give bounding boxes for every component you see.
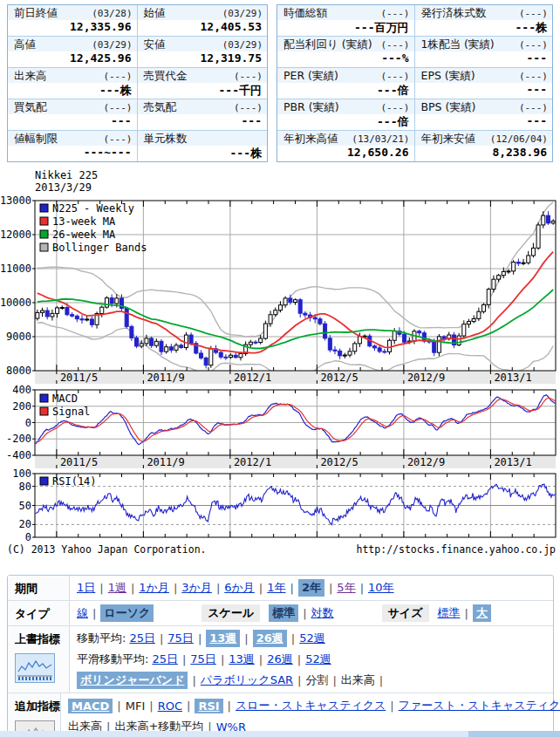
control-option[interactable]: 26週 [253,630,287,647]
legend-swatch [40,394,48,402]
control-option[interactable]: 6か月 [224,580,255,596]
control-option[interactable]: 5年 [337,580,355,596]
macd-panel [36,395,556,445]
control-option[interactable]: 13週 [206,630,240,647]
control-option[interactable]: 52週 [305,652,331,667]
control-option[interactable]: 75日 [190,652,216,667]
bottom-strip [0,731,560,737]
legend-label: 26-week MA [52,229,116,241]
quote-cell: 年初来安値(12/06/04)8,238.96 [415,131,553,161]
controls-row: 上書指標移動平均:25日|75日|13週|26週|52週平滑移動平均:25日|7… [8,626,553,693]
control-option[interactable]: 25日 [152,652,178,667]
legend-label: Bollinger Bands [52,242,147,254]
control-option[interactable]: 1日 [77,580,95,596]
control-option[interactable]: 75日 [167,631,194,646]
control-option[interactable]: 対数 [311,605,334,621]
rsi-panel [36,484,556,525]
quote-value: ---倍 [277,114,414,130]
control-option[interactable]: MACD [68,699,113,713]
y-axis-label: 0 [25,531,31,543]
control-option[interactable]: 標準 [438,605,461,621]
quote-date: (---) [519,39,548,51]
quote-label: EPS (実績) [421,69,475,84]
control-option[interactable]: 13週 [229,652,255,667]
legend-label: 13-week MA [52,215,116,228]
quote-value: ---株 [138,146,268,161]
x-axis-label: 2012/1 [234,372,271,384]
controls-sublabel: サイズ [382,604,429,622]
quote-label: 売買代金 [144,69,188,84]
controls-line: 線|ローソクスケール標準|対数サイズ標準|大 [77,603,546,624]
quote-label: 年初来安値 [421,132,476,147]
control-option[interactable]: スロー・ストキャスティクス [236,698,386,713]
control-option[interactable]: 26週 [267,652,293,667]
control-option[interactable]: ボリンジャーバンド [77,672,188,689]
controls-row-content: 1日|1週|1か月|3か月|6か月|1年|2年|5年|10年 [70,576,553,600]
quote-date: (12/06/04) [490,133,548,145]
quote-date: (---) [380,39,409,51]
page: 前日終値(03/28)12,335.96始値(03/29)12,405.53高値… [0,0,560,737]
control-option[interactable]: RSI [195,699,222,713]
legend-label: RSI(14) [52,475,97,488]
x-axis-label: 2012/5 [320,372,358,384]
controls-line: 1日|1週|1か月|3か月|6か月|1年|2年|5年|10年 [77,577,546,598]
x-axis-label: 2013/1 [494,456,531,468]
quote-date: (03/28) [92,8,132,19]
control-option[interactable]: パラボリックSAR [201,672,293,688]
quote-label: 発行済株式数 [421,6,487,21]
quote-cell: 配当利回り (実績)(---)---% [277,37,415,68]
quote-label: 年初来高値 [283,132,338,147]
chart-footer: (C) 2013 Yahoo Japan Corporation. http:/… [7,543,556,556]
control-option[interactable]: ファースト・ストキャスティクス [399,698,560,713]
control-option: 出来高 [341,672,375,688]
quote-value: 12,319.75 [138,51,268,67]
quote-cell: 年初来高値(13/03/21)12,650.26 [277,131,415,161]
quote-cell: 安値(03/29)12,319.75 [138,37,268,68]
control-option[interactable]: 1週 [108,580,126,596]
quote-cell: BPS (実績)(---)--- [415,99,553,131]
legend-label: Signal [52,406,90,418]
x-axis-label: 2012/5 [320,456,358,468]
control-option[interactable]: 大 [473,604,491,622]
quote-cell: 時価総額(---)---百万円 [277,5,415,37]
quote-cell: EPS (実績)(---)--- [415,68,553,99]
controls-row-label: 上書指標 [15,632,60,645]
y-axis-label: 400 [12,384,31,396]
y-axis-label: 200 [12,400,31,413]
control-option: 移動平均: [77,631,126,646]
control-option[interactable]: 10年 [368,580,394,596]
separator: | [290,582,294,595]
control-option[interactable]: 1年 [267,580,285,596]
control-option[interactable]: 25日 [129,631,155,646]
control-option[interactable]: 52週 [299,631,325,646]
separator: | [329,582,332,595]
quote-label: 買気配 [14,100,47,115]
separator: | [360,582,364,595]
x-axis-label: 2011/5 [60,456,98,468]
y-axis-label: 13000 [0,196,31,207]
control-option[interactable]: 線 [77,605,88,621]
quote-cell: 前日終値(03/28)12,335.96 [8,5,138,37]
quote-cell: 単元株数---株 [138,131,268,161]
quote-value: ---株 [8,83,137,99]
control-option: ローソク [100,604,154,622]
y-axis-label: -200 [6,433,31,445]
quote-label: 出来高 [14,69,47,84]
bottom-strip-dark [468,731,560,737]
quote-label: 時価総額 [283,6,327,21]
control-option[interactable]: 1か月 [139,580,169,596]
controls-row-label: 期間 [15,582,38,595]
quote-date: (---) [103,71,132,82]
controls-row-label: タイプ [15,607,50,620]
quote-value: --- [8,114,137,130]
overlay-indicator-thumbnail-icon [15,653,55,683]
quote-value: 8,238.96 [415,146,553,161]
copyright-text: (C) 2013 Yahoo Japan Corporation. [7,543,206,556]
control-option[interactable]: 3か月 [181,580,212,596]
x-axis-label: 2012/1 [234,456,271,468]
control-option[interactable]: ROC [158,699,182,713]
separator: | [160,632,163,645]
quote-value: ---株 [415,20,553,36]
separator: | [216,582,220,595]
separator: | [221,653,224,666]
